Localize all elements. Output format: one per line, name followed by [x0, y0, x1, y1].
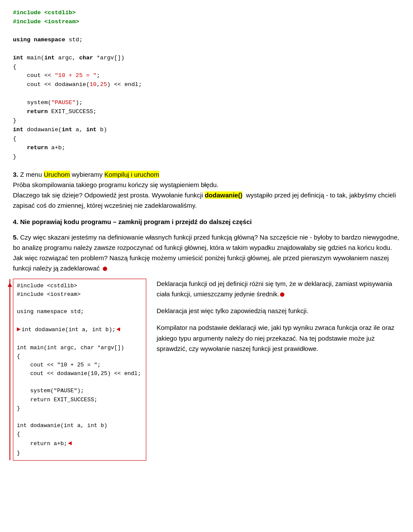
- code-line-11: int dodawanie(int a, int b): [13, 126, 107, 133]
- code-line-5: {: [13, 64, 16, 70]
- code-line-1: #include <cstdlib>: [13, 9, 76, 16]
- right-para2: Deklaracja jest więc tylko zapowiedzią n…: [157, 306, 400, 317]
- section-3-para1: Próba skompilowania takiego programu koń…: [13, 180, 400, 190]
- left-code-10: }: [17, 405, 20, 412]
- left-code-13: return a+b;: [17, 440, 67, 448]
- right-para1: Deklaracja funkcji od jej definicji różn…: [157, 279, 400, 300]
- code-line-14: }: [13, 154, 16, 160]
- left-border-arrow: [6, 279, 13, 460]
- left-code-14: }: [17, 450, 20, 456]
- left-code-9: return EXIT_SUCCESS;: [17, 397, 97, 403]
- right-text-block: Deklaracja funkcji od jej definicji różn…: [146, 279, 400, 461]
- left-code-1: #include <cstdlib>: [17, 283, 77, 289]
- code-line-3: using namespace std;: [13, 37, 83, 43]
- code-line-9: return EXIT_SUCCESS;: [13, 108, 96, 115]
- bullet-red-1: [103, 267, 107, 271]
- code-line-8: system("PAUSE");: [13, 99, 83, 106]
- section-3-num: 3.: [13, 171, 18, 178]
- code-line-12: {: [13, 135, 16, 142]
- two-col-section: #include <cstdlib> #include <iostream> u…: [13, 279, 400, 461]
- top-code-block: #include <cstdlib> #include <iostream> u…: [13, 9, 400, 162]
- section-4: 4. Nie poprawiaj kodu programu – zamknij…: [13, 217, 400, 227]
- left-code-decl: int dodawanie(int a, int b);: [22, 326, 115, 334]
- left-code-2: #include <iostream>: [17, 291, 80, 298]
- left-code-8: system("PAUSE");: [17, 387, 84, 394]
- decl-line: ► int dodawanie(int a, int b); ◄: [17, 325, 142, 335]
- code-line-4: int main(int argc, char *argv[]): [13, 55, 124, 61]
- highlight-kompiluj: Kompiluj i uruchom: [105, 171, 160, 178]
- code-line-10: }: [13, 117, 16, 124]
- left-code-6: cout << "10 + 25 = ";: [17, 362, 101, 368]
- code-line-2: #include <iostream>: [13, 18, 79, 25]
- left-code-5: {: [17, 353, 20, 360]
- section-5: 5. Czy więc skazani jesteśmy na definiow…: [13, 232, 400, 274]
- section-4-heading: 4. Nie poprawiaj kodu programu – zamknij…: [13, 217, 400, 227]
- left-code-4: int main(int argc, char *argv[]): [17, 344, 124, 351]
- code-line-6: cout << "10 + 25 = ";: [13, 72, 100, 79]
- section-3-title: 3. Z menu Uruchom wybieramy Kompiluj i u…: [13, 169, 400, 180]
- highlight-dodawanie: dodawanie(): [205, 191, 243, 199]
- left-code-11: int dodawanie(int a, int b): [17, 422, 108, 429]
- section-3: 3. Z menu Uruchom wybieramy Kompiluj i u…: [13, 169, 400, 211]
- left-code-3: using namespace std;: [17, 308, 84, 315]
- right-para3: Kompilator na podstawie deklaracji wie, …: [157, 323, 400, 354]
- section-5-intro: 5. Czy więc skazani jesteśmy na definiow…: [13, 232, 400, 274]
- left-code-12: {: [17, 431, 20, 437]
- code-left-block: #include <cstdlib> #include <iostream> u…: [13, 279, 146, 461]
- highlight-uruchom: Uruchom: [44, 171, 70, 178]
- code-line-7: cout << dodawanie(10,25) << endl;: [13, 81, 142, 88]
- left-code-7: cout << dodawanie(10,25) << endl;: [17, 370, 141, 377]
- return-line: return a+b; ◄: [17, 439, 142, 449]
- code-line-13: return a+b;: [13, 145, 65, 151]
- section-3-para2: Dlaczego tak się dzieje? Odpowiedź jest …: [13, 190, 400, 211]
- bullet-red-2: [280, 292, 284, 297]
- svg-marker-1: [8, 283, 12, 287]
